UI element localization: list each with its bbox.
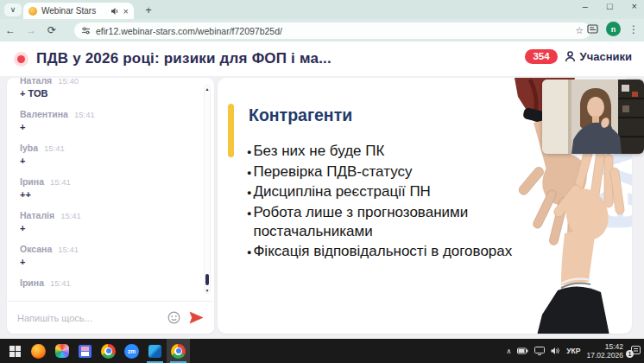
chat-message: Валентина 15:41 + [20,109,188,132]
message-time: 15:40 [58,78,79,86]
language-indicator[interactable]: УКР [566,347,580,355]
speaker-icon[interactable] [551,347,560,355]
slide-accent-bar [228,104,234,157]
slide-bullet: ● Фіксація відповідальності в договорах [247,242,544,263]
window-controls: – □ × [583,1,637,11]
participants-count-badge: 354 [525,49,557,64]
forward-button[interactable]: → [21,24,41,36]
slide-bullet: ● Без них не буде ПК [247,142,544,162]
chat-message-input[interactable] [17,313,159,323]
address-bar[interactable]: efir12.webinar-stars.com/webinar/f72097b… [74,22,590,39]
windows-logo-icon [9,346,21,357]
maximize-button[interactable]: □ [607,1,613,11]
scrollbar-thumb[interactable] [205,274,209,285]
main-content: Наталя 15:40 + ТОВ Валентина 15:41 + [0,76,644,339]
firefox-icon[interactable] [27,339,50,363]
chat-message: Оксана 15:41 + [20,244,188,267]
message-time: 15:41 [74,110,95,119]
toolbar-right: n ⋮ [587,22,639,36]
chat-messages[interactable]: Наталя 15:40 + ТОВ Валентина 15:41 + [7,78,214,288]
close-button[interactable]: × [632,1,637,11]
message-text: + [20,156,188,166]
tab-search-button[interactable]: ∨ [4,3,22,16]
chat-scrollbar[interactable]: ▲ ▼ [204,85,211,294]
message-author: Валентина [20,109,68,119]
browser-toolbar: ← → ⟳ efir12.webinar-stars.com/webinar/f… [0,19,644,41]
start-button[interactable] [3,339,27,363]
battery-icon[interactable] [517,347,528,354]
participants-label: Учасники [580,50,632,63]
browser-extension-icon[interactable] [587,23,598,35]
scroll-down-icon[interactable]: ▼ [205,288,210,293]
profile-avatar[interactable]: n [606,22,621,36]
scroll-up-icon[interactable]: ▲ [205,86,210,92]
webinar-header: ПДВ у 2026 році: ризики для ФОП і ма... … [0,41,644,76]
chat-message: Ірина 15:41 ++ [20,176,188,200]
copilot-icon[interactable] [50,339,73,363]
bullet-dot-icon: ● [247,243,251,263]
message-author: Ірина [20,277,44,288]
chrome-active-icon[interactable] [167,339,190,363]
bullet-text: Перевірка ПДВ-статусу [253,162,412,183]
notification-count-badge: 1 [626,350,634,358]
browser-menu-icon[interactable]: ⋮ [628,23,639,35]
url-text[interactable]: efir12.webinar-stars.com/webinar/f72097b… [96,26,570,36]
message-author: Наталія [20,210,54,220]
notification-center-icon[interactable]: 1 [629,346,641,356]
bullet-text: Без них не буде ПК [253,142,384,162]
zoom-app-icon[interactable]: zm [120,339,143,363]
site-settings-icon[interactable] [81,26,91,35]
reload-button[interactable]: ⟳ [41,24,62,36]
message-time: 15:41 [50,177,71,187]
message-text: + [20,257,188,267]
chat-message: Ірина 15:41 - [20,277,188,288]
screen: ∨ Webinar Stars × + – □ × ← → ⟳ efir12.w… [0,0,644,363]
webinar-stars-favicon [28,7,37,16]
slide-heading: Контрагенти [249,105,352,125]
back-button[interactable]: ← [0,24,21,36]
display-cast-icon[interactable] [534,347,545,355]
tab-close-icon[interactable]: × [123,7,129,16]
participants-button[interactable]: Учасники [564,50,632,63]
message-author: Оксана [20,244,52,254]
tab-title: Webinar Stars [41,6,106,16]
browser-tab-strip: ∨ Webinar Stars × + – □ × [0,0,644,19]
message-time: 15:41 [44,143,65,153]
blue-app-icon[interactable] [143,339,167,363]
send-message-icon[interactable] [189,311,204,324]
minimize-button[interactable]: – [583,1,588,11]
chat-message: Іyba 15:41 + [20,143,188,166]
message-text: + ТОВ [20,88,188,99]
message-text: + [20,223,188,233]
presenter-webcam[interactable] [542,80,644,154]
save-file-icon[interactable] [73,339,97,363]
slide-bullet: ● Робота лише з прогнозованими постачаль… [247,203,544,242]
message-time: 15:41 [60,211,81,220]
slide-bullet: ● Перевірка ПДВ-статусу [247,162,544,183]
new-tab-button[interactable]: + [141,3,156,17]
header-right: 354 Учасники [525,49,632,64]
message-text: + [20,122,188,132]
recording-indicator-icon [14,52,28,67]
taskbar-clock[interactable]: 15:42 17.02.2026 [586,342,623,360]
tab-audio-icon[interactable] [110,7,119,16]
chrome-icon[interactable] [97,339,120,363]
bullet-text: Дисципліна реєстрації ПН [253,182,430,203]
slide-bullet: ● Дисципліна реєстрації ПН [247,182,544,203]
webinar-title: ПДВ у 2026 році: ризики для ФОП і ма... [36,50,331,67]
presenter-video-image [542,80,644,154]
bullet-dot-icon: ● [247,183,251,203]
tray-expand-icon[interactable]: ∧ [506,347,511,355]
bullet-text: Робота лише з прогнозованими постачальни… [253,203,544,242]
chat-message: Наталя 15:40 + ТОВ [20,78,188,99]
message-time: 15:41 [50,278,71,288]
person-icon [564,50,577,63]
message-text: ++ [20,189,188,200]
bookmark-star-icon[interactable]: ☆ [575,25,584,36]
taskbar-date: 17.02.2026 [586,351,623,360]
bullet-text: Фіксація відповідальності в договорах [253,242,512,263]
message-author: Наталя [20,78,52,86]
emoji-icon[interactable] [167,311,180,324]
windows-taskbar: zm ∧ УКР 15:42 17.02.2026 1 [0,339,644,363]
browser-tab[interactable]: Webinar Stars × [23,3,134,19]
